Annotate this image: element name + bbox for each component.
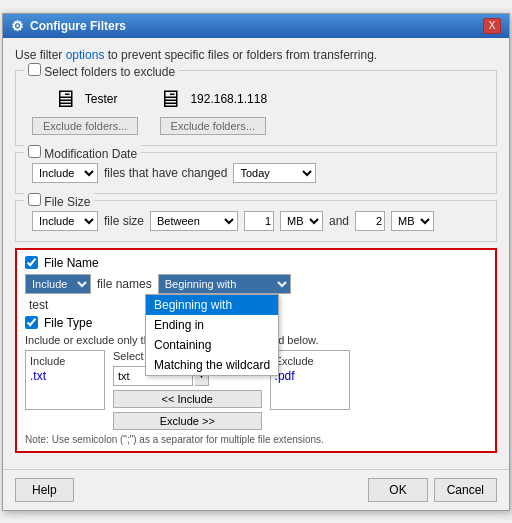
file-size-section: File Size Include Exclude file size Betw… <box>15 200 497 242</box>
filter-icon: ⚙ <box>11 18 24 34</box>
file-size-and-label: and <box>329 214 349 228</box>
right-folder-name: 192.168.1.118 <box>190 92 267 106</box>
file-size-checkbox[interactable] <box>28 193 41 206</box>
file-size-value2-input[interactable] <box>355 211 385 231</box>
file-type-checkbox[interactable] <box>25 316 38 329</box>
modification-date-checkbox[interactable] <box>28 145 41 158</box>
modification-date-include-select[interactable]: Include Exclude <box>32 163 98 183</box>
file-name-include-select[interactable]: Include Exclude <box>25 274 91 294</box>
exclude-file-list: Exclude .pdf <box>270 350 350 410</box>
file-size-range-select[interactable]: Between Smaller than Larger than <box>150 211 238 231</box>
exclude-list-container: Exclude .pdf <box>270 350 350 410</box>
left-folder-name: Tester <box>85 92 118 106</box>
left-folder-item: 🖥 Tester Exclude folders... <box>32 85 138 135</box>
file-size-unit1-select[interactable]: MB KB GB <box>280 211 323 231</box>
file-size-value1-input[interactable] <box>244 211 274 231</box>
exclude-list-label: Exclude <box>275 355 345 367</box>
description-text: Use filter options to prevent specific f… <box>15 48 497 62</box>
file-type-note: Note: Use semicolon (";") as a separator… <box>25 434 487 445</box>
file-size-mid-label: file size <box>104 214 144 228</box>
include-list-container: Include .txt <box>25 350 105 410</box>
exclude-folders-left-button[interactable]: Exclude folders... <box>32 117 138 135</box>
include-list-label: Include <box>30 355 100 367</box>
pattern-option-ending[interactable]: Ending in <box>146 315 278 335</box>
exclude-button[interactable]: Exclude >> <box>113 412 262 430</box>
pattern-option-containing[interactable]: Containing <box>146 335 278 355</box>
highlighted-section: File Name Include Exclude file names Beg… <box>15 248 497 453</box>
modification-date-value-select[interactable]: Today Yesterday Last 7 days <box>233 163 316 183</box>
select-folders-checkbox[interactable] <box>28 63 41 76</box>
title-bar-title: ⚙ Configure Filters <box>11 18 126 34</box>
help-button[interactable]: Help <box>15 478 74 502</box>
include-list-item-txt: .txt <box>30 369 100 383</box>
window-title: Configure Filters <box>30 19 126 33</box>
file-name-mid-label: file names <box>97 277 152 291</box>
computer-icon-left: 🖥 <box>53 85 77 113</box>
file-name-header: File Name <box>25 256 487 270</box>
title-bar-controls: X <box>483 18 501 34</box>
pattern-dropdown-open: Beginning with Ending in Containing Matc… <box>145 294 279 376</box>
ok-button[interactable]: OK <box>368 478 427 502</box>
pattern-option-wildcard[interactable]: Matching the wildcard <box>146 355 278 375</box>
ok-cancel-buttons: OK Cancel <box>368 478 497 502</box>
select-folders-label: Select folders to exclude <box>44 65 175 79</box>
title-bar: ⚙ Configure Filters X <box>3 14 509 38</box>
cancel-button[interactable]: Cancel <box>434 478 497 502</box>
include-file-list: Include .txt <box>25 350 105 410</box>
configure-filters-dialog: ⚙ Configure Filters X Use filter options… <box>2 13 510 511</box>
computer-icon-right: 🖥 <box>158 85 182 113</box>
file-size-unit2-select[interactable]: MB KB GB <box>391 211 434 231</box>
select-folders-section: Select folders to exclude 🖥 Tester Exclu… <box>15 70 497 146</box>
file-name-section: File Name Include Exclude file names Beg… <box>25 256 487 312</box>
file-name-pattern-select[interactable]: Beginning with Ending in Containing Matc… <box>158 274 291 294</box>
file-name-row: Include Exclude file names Beginning wit… <box>25 274 487 294</box>
options-link[interactable]: options <box>66 48 105 62</box>
modification-date-mid-label: files that have changed <box>104 166 227 180</box>
file-size-include-select[interactable]: Include Exclude <box>32 211 98 231</box>
pattern-option-beginning[interactable]: Beginning with <box>146 295 278 315</box>
include-button[interactable]: << Include <box>113 390 262 408</box>
right-folder-item: 🖥 192.168.1.118 Exclude folders... <box>158 85 267 135</box>
exclude-list-item-pdf: .pdf <box>275 369 345 383</box>
modification-date-section: Modification Date Include Exclude files … <box>15 152 497 194</box>
file-size-label: File Size <box>44 195 90 209</box>
modification-date-label: Modification Date <box>44 147 137 161</box>
file-name-checkbox[interactable] <box>25 256 38 269</box>
file-type-label: File Type <box>44 316 92 330</box>
close-button[interactable]: X <box>483 18 501 34</box>
file-name-label: File Name <box>44 256 99 270</box>
exclude-folders-right-button[interactable]: Exclude folders... <box>160 117 266 135</box>
bottom-bar: Help OK Cancel <box>3 469 509 510</box>
